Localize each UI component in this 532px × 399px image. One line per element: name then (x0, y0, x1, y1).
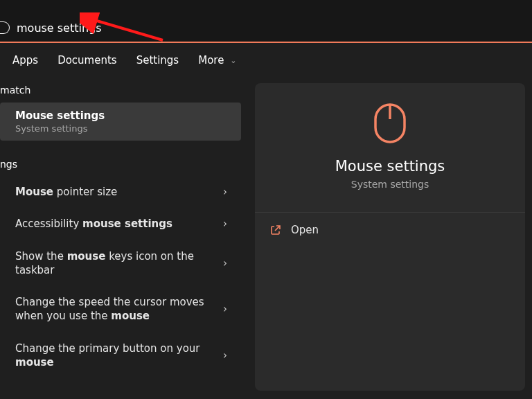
chevron-right-icon: › (223, 257, 227, 269)
preview-subtitle: System settings (351, 179, 429, 190)
chevron-right-icon: › (223, 349, 227, 362)
result-label: Accessibility mouse settings (15, 217, 223, 231)
window-top-strip (0, 0, 532, 14)
preview-open-action[interactable]: Open (255, 213, 525, 247)
result-item[interactable]: Mouse pointer size› (0, 177, 241, 207)
search-row (0, 14, 532, 42)
preview-title: Mouse settings (335, 158, 445, 175)
result-item[interactable]: Accessibility mouse settings› (0, 209, 241, 239)
chevron-right-icon: › (223, 303, 227, 315)
best-match-subtitle: System settings (15, 123, 231, 134)
preview-column: Mouse settings System settings Open (248, 76, 532, 398)
mouse-icon (373, 103, 407, 144)
best-match-title: Mouse settings (15, 109, 231, 122)
tab-more-label: More (198, 54, 224, 66)
result-label: Change the primary button on your mouse (15, 342, 223, 370)
result-item[interactable]: Change the primary button on your mouse› (0, 333, 241, 378)
best-match-item[interactable]: Mouse settings System settings (0, 103, 241, 141)
search-input[interactable] (15, 21, 223, 35)
preview-panel: Mouse settings System settings Open (255, 83, 525, 391)
section-best-match-header: match (0, 76, 248, 103)
tabs-row: Apps Documents Settings More ⌄ (0, 43, 532, 76)
tab-documents[interactable]: Documents (57, 54, 117, 66)
result-label: Mouse pointer size (15, 185, 223, 199)
preview-open-label: Open (291, 224, 319, 236)
chevron-down-icon: ⌄ (230, 56, 236, 65)
tab-apps[interactable]: Apps (12, 54, 38, 66)
result-item[interactable]: Change the speed the cursor moves when y… (0, 287, 241, 332)
search-icon (0, 21, 10, 34)
result-label: Change the speed the cursor moves when y… (15, 295, 223, 323)
chevron-right-icon: › (223, 186, 227, 198)
chevron-right-icon: › (223, 218, 227, 230)
result-label: Show the mouse keys icon on the taskbar (15, 249, 223, 278)
tab-more[interactable]: More ⌄ (198, 54, 236, 66)
body-split: match Mouse settings System settings ngs… (0, 76, 532, 398)
results-column: match Mouse settings System settings ngs… (0, 76, 248, 398)
result-item[interactable]: Show the mouse keys icon on the taskbar› (0, 241, 241, 286)
preview-top: Mouse settings System settings (255, 83, 525, 202)
open-external-icon (270, 224, 281, 236)
tab-settings[interactable]: Settings (136, 54, 179, 66)
section-settings-header: ngs (0, 150, 248, 177)
